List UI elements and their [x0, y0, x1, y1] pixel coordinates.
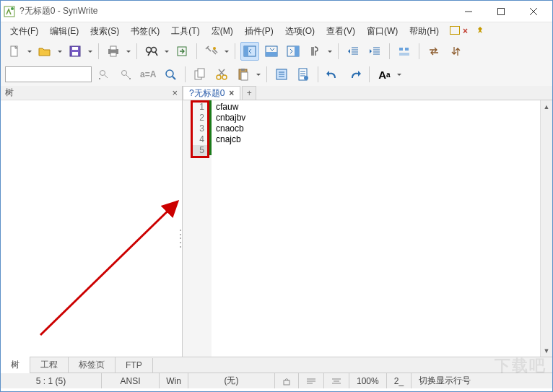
save-button[interactable] — [66, 42, 84, 61]
maximize-button[interactable] — [484, 1, 517, 22]
line-number: 2 — [193, 113, 207, 123]
scroll-up-icon[interactable]: ▲ — [541, 100, 552, 113]
tree-panel-close-icon[interactable]: × — [172, 87, 178, 98]
pin-icon[interactable] — [476, 26, 486, 36]
splitter-gripper[interactable] — [178, 229, 182, 249]
unindent-button[interactable] — [344, 42, 362, 61]
goto-button[interactable] — [173, 42, 191, 61]
quick-search-input[interactable] — [5, 66, 92, 82]
minimize-button[interactable] — [452, 1, 484, 22]
redo-button[interactable] — [345, 65, 364, 84]
svg-point-15 — [152, 48, 157, 53]
scroll-down-icon[interactable]: ▼ — [541, 344, 552, 357]
status-zoom[interactable]: 100% — [349, 373, 387, 388]
new-file-button[interactable] — [5, 42, 24, 61]
tree-body[interactable] — [1, 100, 182, 357]
svg-line-49 — [219, 69, 225, 75]
new-tab-button[interactable]: + — [242, 86, 256, 100]
print-dropdown[interactable] — [126, 48, 131, 55]
menu-tools[interactable]: 工具(T) — [166, 23, 204, 40]
svg-point-20 — [213, 47, 216, 50]
fold-column[interactable] — [183, 100, 193, 357]
paste-button[interactable] — [234, 65, 253, 84]
find-all-button[interactable] — [161, 65, 180, 84]
font-button[interactable]: Aa — [375, 65, 393, 84]
menu-search[interactable]: 搜索(S) — [85, 23, 124, 40]
bottom-tab-tree[interactable]: 树 — [1, 357, 30, 373]
indent-button[interactable] — [365, 42, 384, 61]
undo-button[interactable] — [323, 65, 342, 84]
sync-horiz-button[interactable] — [424, 42, 443, 61]
search-prev-button[interactable] — [95, 65, 113, 84]
editor[interactable]: 1 2 3 4 5 cfauwcnbajbvcnaocbcnajcb ▲ ▼ — [183, 100, 552, 357]
comment-button[interactable] — [395, 42, 414, 61]
settings-dropdown[interactable] — [224, 48, 230, 55]
status-lineend[interactable]: Win — [160, 373, 188, 388]
menu-edit[interactable]: 编辑(E) — [45, 23, 84, 40]
settings-button[interactable] — [202, 42, 221, 61]
menu-view[interactable]: 查看(V) — [321, 23, 360, 40]
new-file-dropdown[interactable] — [27, 48, 32, 55]
svg-point-14 — [147, 48, 152, 53]
print-button[interactable] — [104, 42, 123, 61]
panel-bottom-button[interactable] — [262, 42, 281, 61]
bottom-tab-ftp[interactable]: FTP — [116, 358, 153, 373]
search-next-button[interactable] — [116, 65, 135, 84]
select-all-button[interactable] — [272, 65, 291, 84]
menu-options[interactable]: 选项(O) — [280, 23, 320, 40]
panel-left-button[interactable] — [240, 42, 259, 61]
save-dropdown[interactable] — [87, 48, 93, 55]
line-number: 5 — [193, 145, 207, 156]
document-button[interactable] — [294, 65, 313, 84]
bottom-tab-project[interactable]: 工程 — [30, 357, 69, 373]
paste-dropdown[interactable] — [256, 71, 261, 78]
find-dropdown[interactable] — [164, 48, 170, 55]
document-tab[interactable]: ?无标题0 × — [183, 86, 240, 100]
svg-point-47 — [217, 75, 221, 79]
find-button[interactable] — [142, 42, 161, 61]
line-number: 4 — [193, 134, 207, 145]
status-position[interactable]: 5 : 1 (5) — [1, 373, 102, 388]
open-file-dropdown[interactable] — [57, 48, 63, 55]
bottom-tab-tabs[interactable]: 标签页 — [69, 357, 116, 373]
line-number-gutter[interactable]: 1 2 3 4 5 — [193, 100, 207, 357]
status-tabsize[interactable]: 2_ — [387, 373, 412, 388]
bottom-panel-tabs: 树 工程 标签页 FTP — [1, 357, 552, 373]
svg-rect-46 — [198, 69, 204, 77]
status-encoding[interactable]: ANSI — [102, 373, 160, 388]
svg-line-50 — [219, 69, 224, 75]
svg-point-41 — [122, 71, 127, 76]
copy-button[interactable] — [191, 65, 209, 84]
statusbar: 5 : 1 (5) ANSI Win (无) 100% 2_ 切换显示行号 — [1, 373, 552, 388]
close-button[interactable] — [517, 1, 549, 22]
menu-help[interactable]: 帮助(H) — [404, 23, 444, 40]
sync-vert-button[interactable] — [446, 42, 465, 61]
font-dropdown[interactable] — [396, 71, 402, 78]
cut-button[interactable] — [212, 65, 231, 84]
open-file-button[interactable] — [35, 42, 54, 61]
svg-rect-9 — [72, 52, 78, 56]
close-tab-icon[interactable]: × — [463, 26, 473, 36]
nonprinting-button[interactable] — [305, 42, 324, 61]
svg-rect-10 — [72, 47, 78, 50]
svg-rect-24 — [266, 52, 277, 56]
status-wrap-icon[interactable] — [299, 373, 324, 388]
code-content[interactable]: cfauwcnbajbvcnaocbcnajcb — [212, 100, 540, 357]
menu-window[interactable]: 窗口(W) — [362, 23, 403, 40]
menu-bookmarks[interactable]: 书签(K) — [126, 23, 165, 40]
tab-close-icon[interactable]: × — [229, 88, 234, 98]
vertical-scrollbar[interactable]: ▲ ▼ — [540, 100, 552, 357]
status-align-icon[interactable] — [324, 373, 349, 388]
toolbar-2: a=A Aa — [1, 63, 552, 86]
menu-file[interactable]: 文件(F) — [5, 23, 43, 40]
case-toggle-button[interactable]: a=A — [138, 65, 158, 84]
status-lock-icon[interactable] — [275, 373, 299, 388]
toggle-panel-icon[interactable] — [450, 26, 460, 36]
nonprinting-dropdown[interactable] — [327, 48, 333, 55]
menu-plugins[interactable]: 插件(P) — [240, 23, 279, 40]
panel-right-button[interactable] — [284, 42, 302, 61]
menu-macros[interactable]: 宏(M) — [206, 23, 238, 40]
line-number: 1 — [193, 102, 207, 113]
status-language[interactable]: (无) — [188, 373, 275, 388]
main-area: 树 × ?无标题0 × + 1 2 3 4 — [1, 86, 552, 357]
